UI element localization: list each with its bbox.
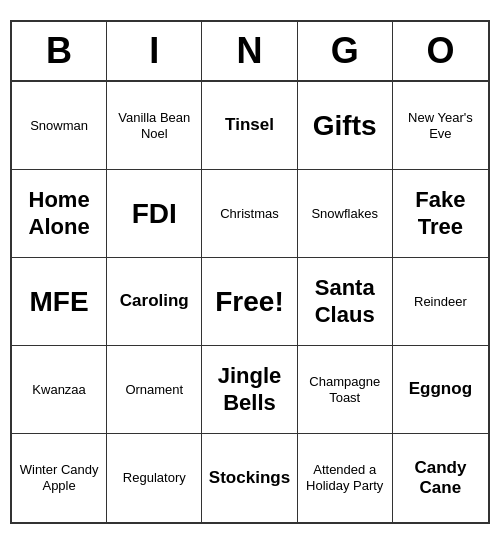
cell-text: Jingle Bells	[206, 363, 292, 416]
cell-text: Winter Candy Apple	[16, 462, 102, 493]
bingo-grid: SnowmanVanilla Bean NoelTinselGiftsNew Y…	[12, 82, 488, 522]
bingo-cell: Vanilla Bean Noel	[107, 82, 202, 170]
cell-text: MFE	[30, 285, 89, 319]
bingo-cell: Snowflakes	[298, 170, 393, 258]
header-letter: B	[12, 22, 107, 80]
bingo-cell: Reindeer	[393, 258, 488, 346]
cell-text: New Year's Eve	[397, 110, 484, 141]
bingo-cell: Snowman	[12, 82, 107, 170]
bingo-cell: Regulatory	[107, 434, 202, 522]
bingo-cell: Candy Cane	[393, 434, 488, 522]
cell-text: FDI	[132, 197, 177, 231]
bingo-cell: Santa Claus	[298, 258, 393, 346]
bingo-cell: Stockings	[202, 434, 297, 522]
header-letter: I	[107, 22, 202, 80]
header-letter: O	[393, 22, 488, 80]
cell-text: Ornament	[125, 382, 183, 398]
cell-text: Free!	[215, 285, 283, 319]
cell-text: Kwanzaa	[32, 382, 85, 398]
bingo-cell: Jingle Bells	[202, 346, 297, 434]
cell-text: Christmas	[220, 206, 279, 222]
cell-text: Santa Claus	[302, 275, 388, 328]
cell-text: Regulatory	[123, 470, 186, 486]
cell-text: Eggnog	[409, 379, 472, 399]
cell-text: Snowman	[30, 118, 88, 134]
bingo-cell: Tinsel	[202, 82, 297, 170]
bingo-cell: Caroling	[107, 258, 202, 346]
bingo-cell: Kwanzaa	[12, 346, 107, 434]
bingo-cell: Free!	[202, 258, 297, 346]
bingo-header: BINGO	[12, 22, 488, 82]
bingo-cell: Ornament	[107, 346, 202, 434]
bingo-cell: New Year's Eve	[393, 82, 488, 170]
header-letter: N	[202, 22, 297, 80]
cell-text: Champagne Toast	[302, 374, 388, 405]
bingo-cell: Gifts	[298, 82, 393, 170]
cell-text: Vanilla Bean Noel	[111, 110, 197, 141]
cell-text: Fake Tree	[397, 187, 484, 240]
cell-text: Stockings	[209, 468, 290, 488]
bingo-cell: Winter Candy Apple	[12, 434, 107, 522]
bingo-card: BINGO SnowmanVanilla Bean NoelTinselGift…	[10, 20, 490, 524]
bingo-cell: MFE	[12, 258, 107, 346]
bingo-cell: Home Alone	[12, 170, 107, 258]
bingo-cell: Eggnog	[393, 346, 488, 434]
cell-text: Caroling	[120, 291, 189, 311]
cell-text: Reindeer	[414, 294, 467, 310]
cell-text: Candy Cane	[397, 458, 484, 499]
bingo-cell: Christmas	[202, 170, 297, 258]
bingo-cell: Fake Tree	[393, 170, 488, 258]
bingo-cell: FDI	[107, 170, 202, 258]
bingo-cell: Champagne Toast	[298, 346, 393, 434]
cell-text: Snowflakes	[311, 206, 377, 222]
bingo-cell: Attended a Holiday Party	[298, 434, 393, 522]
cell-text: Attended a Holiday Party	[302, 462, 388, 493]
cell-text: Tinsel	[225, 115, 274, 135]
header-letter: G	[298, 22, 393, 80]
cell-text: Gifts	[313, 109, 377, 143]
cell-text: Home Alone	[16, 187, 102, 240]
